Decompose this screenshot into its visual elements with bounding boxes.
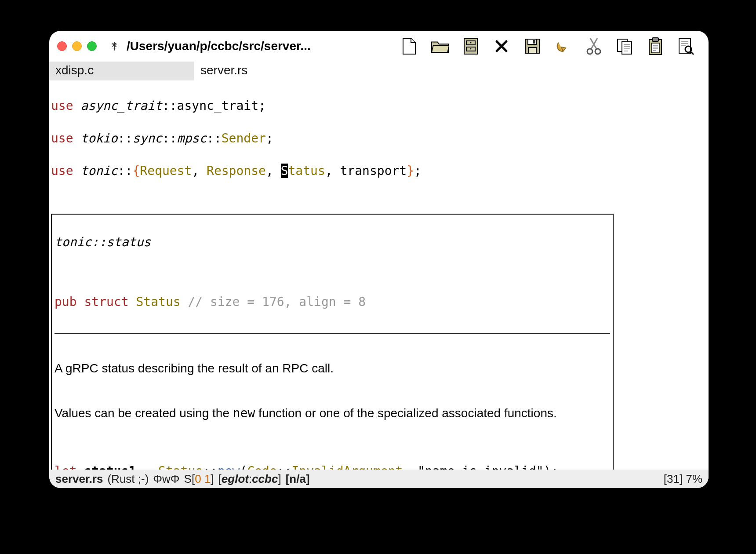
zoom-window-button[interactable] xyxy=(87,41,97,51)
svg-rect-15 xyxy=(651,43,659,53)
svg-point-9 xyxy=(587,49,592,54)
svg-rect-14 xyxy=(652,38,658,41)
code-line: use tokio::sync::mpsc::Sender; xyxy=(51,131,707,147)
close-icon[interactable] xyxy=(492,37,511,55)
open-folder-icon[interactable] xyxy=(431,37,449,55)
modeline-na: [n/a] xyxy=(286,472,310,486)
traffic-lights xyxy=(57,41,97,51)
modeline-mode: (Rust ;-) xyxy=(107,472,149,486)
lsp-hover-tooltip: tonic::status pub struct Status // size … xyxy=(51,214,614,470)
tooltip-signature: pub struct Status // size = 176, align =… xyxy=(55,294,610,310)
tab-bar: xdisp.c server.rs xyxy=(49,62,709,81)
minimize-window-button[interactable] xyxy=(72,41,82,51)
tooltip-path: tonic::status xyxy=(55,234,610,251)
toolbar xyxy=(400,37,701,55)
tooltip-description: A gRPC status describing the result of a… xyxy=(55,360,610,378)
modeline-position: [31] 7% xyxy=(664,472,702,486)
window-title-path: /Users/yuan/p/ccbc/src/server... xyxy=(127,39,311,53)
svg-rect-7 xyxy=(528,47,536,53)
code-line: use tonic::{Request, Response, Status, t… xyxy=(51,163,707,179)
copy-icon[interactable] xyxy=(615,37,634,55)
paste-icon[interactable] xyxy=(646,37,665,55)
titlebar: ⚵ /Users/yuan/p/ccbc/src/server... xyxy=(49,31,709,62)
directory-icon[interactable] xyxy=(462,37,480,55)
svg-rect-8 xyxy=(533,40,535,44)
tab-xdisp[interactable]: xdisp.c xyxy=(49,62,194,80)
modeline-filename: server.rs xyxy=(55,472,103,486)
close-window-button[interactable] xyxy=(57,41,67,51)
tooltip-example: let status1 = Status::new(Code::InvalidA… xyxy=(55,463,610,470)
search-icon[interactable] xyxy=(677,37,695,55)
modeline-eglot[interactable]: [eglot:ccbc] xyxy=(218,472,281,486)
svg-point-4 xyxy=(470,48,472,50)
cut-icon[interactable] xyxy=(585,37,603,55)
svg-rect-12 xyxy=(622,42,632,54)
modeline: server.rs (Rust ;-) ΦwΦ S[0 1] [eglot:cc… xyxy=(49,470,709,488)
undo-icon[interactable] xyxy=(554,37,572,55)
code-line: use async_trait::async_trait; xyxy=(51,98,707,114)
code-editor[interactable]: use async_trait::async_trait; use tokio:… xyxy=(49,81,709,470)
save-icon[interactable] xyxy=(523,37,542,55)
editor-window: ⚵ /Users/yuan/p/ccbc/src/server... xyxy=(49,31,709,488)
tooltip-divider xyxy=(55,333,610,334)
svg-point-10 xyxy=(595,49,600,54)
modeline-diagnostics[interactable]: S[0 1] xyxy=(184,472,214,486)
new-file-icon[interactable] xyxy=(400,37,418,55)
tab-server[interactable]: server.rs xyxy=(194,62,339,80)
text-cursor: S xyxy=(281,164,288,178)
tooltip-description: Values can be created using the new func… xyxy=(55,405,610,423)
modeline-symbol: ΦwΦ xyxy=(153,472,179,486)
svg-point-3 xyxy=(470,42,472,44)
vc-icon: ⚵ xyxy=(111,40,118,52)
